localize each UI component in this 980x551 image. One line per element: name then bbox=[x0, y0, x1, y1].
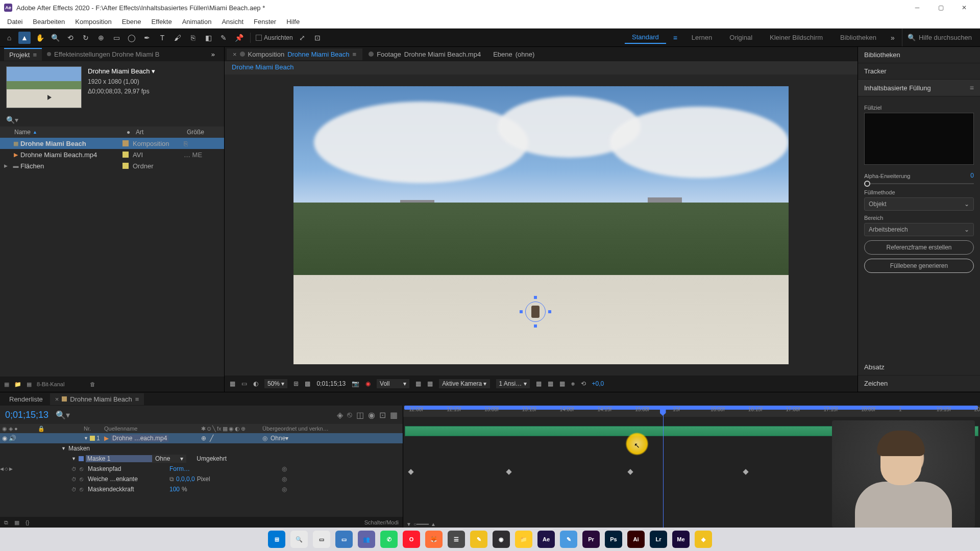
mask-opacity-label[interactable]: Maskendeckkraft bbox=[88, 486, 169, 493]
maximize-button[interactable]: ▢ bbox=[929, 0, 952, 15]
panel-menu-icon[interactable]: ≡ bbox=[970, 84, 974, 92]
current-time-display[interactable]: 0;01;15;13 bbox=[5, 410, 48, 420]
menu-animation[interactable]: Animation bbox=[177, 16, 217, 28]
taskbar-app2[interactable]: ✎ bbox=[470, 531, 487, 548]
col-size[interactable]: Größe bbox=[187, 129, 220, 136]
timeline-playhead[interactable] bbox=[663, 406, 664, 528]
mask-feather-label[interactable]: Weiche …enkante bbox=[88, 475, 169, 483]
menu-ansicht[interactable]: Ansicht bbox=[216, 16, 249, 28]
taskbar-windows[interactable]: ⊞ bbox=[268, 531, 285, 548]
workspace-kleiner[interactable]: Kleiner Bildschirm bbox=[763, 32, 830, 43]
link-icon[interactable]: ◎ bbox=[282, 465, 291, 472]
renderqueue-tab[interactable]: Renderliste bbox=[4, 393, 48, 405]
project-item-folder[interactable]: ▶ ▬ Flächen Ordner bbox=[0, 160, 224, 171]
exposure-value[interactable]: +0,0 bbox=[592, 380, 604, 387]
keyframe-diamond[interactable] bbox=[506, 469, 512, 474]
new-folder-icon[interactable]: 📁 bbox=[14, 381, 21, 388]
zoom-tool[interactable]: 🔍 bbox=[49, 32, 61, 44]
col-name[interactable]: Name▲ bbox=[14, 129, 127, 136]
zoom-in-icon[interactable]: ▲ bbox=[431, 521, 436, 527]
minimize-button[interactable]: ─ bbox=[905, 0, 929, 15]
hand-tool[interactable]: ✋ bbox=[34, 32, 46, 44]
snap-icon[interactable]: ⤢ bbox=[296, 32, 308, 44]
mask-mode-dropdown[interactable]: Ohne▾ bbox=[152, 455, 186, 463]
project-search[interactable]: 🔍▾ bbox=[4, 114, 20, 126]
link-icon[interactable]: ◎ bbox=[282, 486, 291, 493]
view-opt4-icon[interactable]: ⎈ bbox=[571, 380, 575, 387]
taskbar-app1[interactable]: ☰ bbox=[448, 531, 465, 548]
mask-invert-label[interactable]: Umgekehrt bbox=[197, 455, 227, 462]
anchor-tool[interactable]: ⊕ bbox=[95, 32, 107, 44]
pen-tool[interactable]: ✒ bbox=[141, 32, 153, 44]
character-panel-header[interactable]: Zeichen bbox=[858, 375, 980, 392]
brush-tool[interactable]: 🖌 bbox=[172, 32, 184, 44]
tl-icon-1[interactable]: ◈ bbox=[337, 410, 343, 420]
taskbar-app3[interactable]: ✎ bbox=[560, 531, 577, 548]
workspace-overflow[interactable]: » bbox=[887, 32, 899, 44]
composition-viewport[interactable] bbox=[293, 86, 789, 364]
viewer-tab-footage[interactable]: Footage Drohne Miami Beach.mp4 bbox=[362, 48, 487, 60]
project-item-footage[interactable]: ▶ Drohne Miami Beach.mp4 AVI … ME bbox=[0, 149, 224, 160]
menu-fenster[interactable]: Fenster bbox=[249, 16, 281, 28]
menu-ebene[interactable]: Ebene bbox=[117, 16, 146, 28]
puppet-tool[interactable]: 📌 bbox=[233, 32, 245, 44]
timeline-ruler[interactable]: 12:00f12:15f13:00f13:15f14:00f14:15f15:0… bbox=[403, 406, 980, 417]
fill-method-dropdown[interactable]: Objekt⌄ bbox=[864, 197, 974, 211]
keyframe-diamond[interactable] bbox=[743, 469, 748, 474]
mask-handle[interactable] bbox=[534, 324, 537, 328]
transparency-icon[interactable]: ▦ bbox=[415, 380, 421, 387]
mask-toggle-icon[interactable]: ◐ bbox=[253, 380, 258, 387]
taskbar-pr[interactable]: Pr bbox=[582, 531, 600, 548]
workspace-lernen[interactable]: Lernen bbox=[684, 32, 719, 43]
channel-icon[interactable]: ▭ bbox=[241, 380, 247, 387]
mask-handle[interactable] bbox=[548, 310, 551, 313]
snap2-icon[interactable]: ⊡ bbox=[311, 32, 324, 44]
expression-icon[interactable]: ⎋ bbox=[80, 475, 88, 483]
view-opt2-icon[interactable]: ▦ bbox=[548, 380, 553, 387]
roto-tool[interactable]: ✎ bbox=[217, 32, 230, 44]
masks-group-label[interactable]: Masken bbox=[68, 445, 90, 452]
kf-add-icon[interactable]: ◇ bbox=[5, 466, 8, 471]
mask-handle[interactable] bbox=[534, 296, 537, 299]
rect-tool[interactable]: ▭ bbox=[110, 32, 122, 44]
source-header[interactable]: Quellenname bbox=[104, 425, 201, 432]
mask-feather-value[interactable]: 0,0,0,0 bbox=[176, 475, 195, 483]
type-tool[interactable]: T bbox=[156, 32, 168, 44]
stopwatch-icon[interactable]: ⏱ bbox=[71, 466, 80, 472]
resolution-dropdown[interactable]: Voll ▾ bbox=[377, 379, 409, 388]
menu-bearbeiten[interactable]: Bearbeiten bbox=[28, 16, 70, 28]
taskbar-me[interactable]: Me bbox=[672, 531, 690, 548]
bpc-button[interactable]: 8-Bit-Kanal bbox=[37, 381, 64, 387]
camera-dropdown[interactable]: Aktive Kamera ▾ bbox=[439, 379, 489, 388]
create-reference-button[interactable]: Referenzframe erstellen bbox=[864, 240, 974, 255]
mask-path-value[interactable]: Form… bbox=[169, 465, 241, 472]
viewer-tab-layer[interactable]: Ebene (ohne) bbox=[487, 48, 541, 60]
switch-1[interactable]: ⊕ bbox=[201, 435, 206, 442]
tl-icon-5[interactable]: ⊡ bbox=[379, 410, 386, 420]
rotate-tool[interactable]: ↻ bbox=[80, 32, 92, 44]
parent-pickwhip-icon[interactable]: ◎ bbox=[262, 435, 267, 442]
alpha-exp-value[interactable]: 0 bbox=[970, 172, 974, 179]
viewer-timecode[interactable]: 0;01;15;13 bbox=[316, 380, 346, 387]
timeline-comp-tab[interactable]: ×Drohne Miami Beach≡ bbox=[50, 393, 144, 405]
switches-modes-toggle[interactable]: Schalter/Modi bbox=[364, 519, 399, 525]
link-dim-icon[interactable]: ⧉ bbox=[169, 475, 174, 483]
zoom-slider[interactable]: ○━━━━ bbox=[413, 521, 429, 527]
expression-icon[interactable]: ⎋ bbox=[80, 486, 88, 493]
tl-icon-3[interactable]: ◫ bbox=[356, 410, 364, 420]
views-dropdown[interactable]: 1 Ansi… ▾ bbox=[496, 379, 530, 388]
col-label[interactable]: ● bbox=[127, 129, 136, 136]
stopwatch-icon[interactable]: ⏱ bbox=[71, 477, 80, 482]
workspace-menu-icon[interactable]: ≡ bbox=[669, 32, 681, 44]
trash-icon[interactable]: 🗑 bbox=[90, 381, 95, 387]
workspace-bibliotheken[interactable]: Bibliotheken bbox=[833, 32, 884, 43]
nr-header[interactable]: Nr. bbox=[84, 425, 104, 432]
project-selected-name[interactable]: Drohne Miami Beach ▾ bbox=[88, 66, 155, 77]
layer-expand-icon[interactable]: ▼ bbox=[84, 436, 88, 441]
col-type[interactable]: Art bbox=[136, 129, 187, 136]
project-item-comp[interactable]: ▦ Drohne Miami Beach Komposition ⎘ bbox=[0, 138, 224, 149]
panel-overflow[interactable]: » bbox=[206, 48, 220, 60]
eraser-tool[interactable]: ◧ bbox=[202, 32, 214, 44]
expression-icon[interactable]: ⎋ bbox=[80, 465, 88, 472]
interpret-icon[interactable]: ▦ bbox=[4, 381, 9, 388]
